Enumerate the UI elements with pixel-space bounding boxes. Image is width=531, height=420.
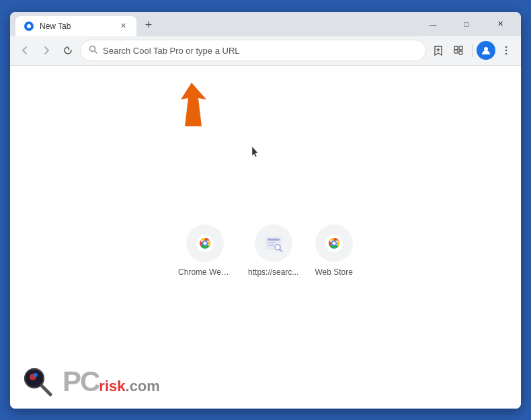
- svg-line-21: [280, 249, 282, 251]
- close-button[interactable]: ✕: [485, 16, 516, 32]
- active-tab[interactable]: New Tab ✕: [15, 16, 136, 36]
- title-bar: New Tab ✕ + — □ ✕: [10, 12, 521, 36]
- tab-favicon: [24, 21, 34, 32]
- svg-line-28: [42, 386, 50, 394]
- new-tab-button[interactable]: +: [139, 16, 158, 35]
- window-controls: — □ ✕: [417, 16, 516, 32]
- watermark: PC risk .com: [10, 355, 521, 409]
- svg-point-27: [34, 373, 38, 377]
- svg-point-15: [204, 241, 207, 245]
- watermark-text: PC risk .com: [63, 368, 160, 396]
- svg-rect-6: [459, 51, 462, 54]
- watermark-icon: [21, 365, 54, 398]
- search-icon: [89, 45, 97, 56]
- logo-pc-text: PC: [63, 368, 99, 396]
- svg-rect-5: [459, 46, 462, 50]
- address-bar[interactable]: Search Cool Tab Pro or type a URL: [80, 40, 426, 61]
- svg-rect-19: [268, 245, 274, 246]
- shortcut-chrome-web[interactable]: Chrome Web...: [178, 224, 232, 277]
- forward-button[interactable]: [37, 41, 56, 60]
- profile-button[interactable]: [477, 41, 495, 60]
- bookmark-button[interactable]: [429, 41, 448, 60]
- svg-marker-12: [181, 83, 206, 126]
- browser-window: New Tab ✕ + — □ ✕: [10, 12, 521, 409]
- shortcut-icon-chrome-web: [186, 224, 224, 262]
- maximize-button[interactable]: □: [451, 16, 482, 32]
- shortcut-icon-search: [255, 224, 292, 262]
- toolbar-divider: [472, 44, 473, 57]
- svg-point-10: [505, 50, 507, 52]
- svg-point-9: [505, 46, 507, 48]
- logo-dotcom-text: .com: [126, 379, 160, 394]
- menu-button[interactable]: [497, 41, 516, 60]
- svg-point-24: [332, 241, 335, 245]
- svg-rect-17: [268, 239, 280, 241]
- svg-point-1: [27, 24, 31, 28]
- tab-title: New Tab: [40, 22, 112, 31]
- toolbar: Search Cool Tab Pro or type a URL: [10, 36, 521, 66]
- mouse-cursor: [252, 146, 260, 159]
- refresh-button[interactable]: [58, 41, 77, 60]
- svg-line-3: [95, 51, 97, 54]
- tab-close-button[interactable]: ✕: [118, 21, 128, 32]
- minimize-button[interactable]: —: [417, 16, 448, 32]
- shortcut-label-web-store: Web Store: [315, 267, 352, 277]
- svg-point-11: [505, 53, 507, 55]
- arrow-annotation: [171, 79, 225, 136]
- extensions-button[interactable]: [449, 41, 468, 60]
- shortcut-label-chrome-web: Chrome Web...: [178, 267, 232, 277]
- toolbar-actions: [429, 41, 516, 60]
- svg-rect-18: [268, 242, 276, 243]
- logo-risk-text: risk: [99, 379, 125, 394]
- shortcut-web-store[interactable]: Web Store: [315, 224, 352, 277]
- address-text: Search Cool Tab Pro or type a URL: [103, 46, 417, 56]
- shortcuts-container: Chrome Web... https://searc...: [178, 224, 353, 277]
- svg-rect-4: [454, 50, 458, 53]
- back-button[interactable]: [15, 41, 34, 60]
- shortcut-search[interactable]: https://searc...: [248, 224, 298, 277]
- page-content: Chrome Web... https://searc...: [10, 66, 521, 409]
- svg-rect-7: [454, 46, 458, 50]
- shortcut-icon-web-store: [315, 224, 353, 262]
- shortcut-label-search: https://searc...: [248, 267, 298, 277]
